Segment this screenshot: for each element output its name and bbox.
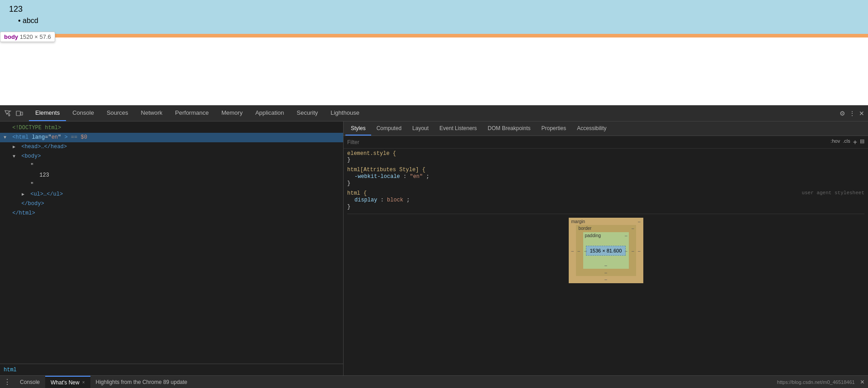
dom-text-quote1[interactable]: " [0,161,343,171]
devtools-main: <!DOCTYPE html> <html lang="en" > == $0 … [0,122,868,375]
dom-doctype[interactable]: <!DOCTYPE html> [0,123,343,133]
more-options-icon[interactable]: ⋮ [849,110,855,117]
tab-console[interactable]: Console [66,105,100,121]
dom-html-element[interactable]: <html lang="en" > == $0 [0,133,343,142]
tab-application[interactable]: Application [249,105,291,121]
tab-styles[interactable]: Styles [345,122,371,136]
styles-content: element.style { } html[Attributes Style]… [344,149,868,375]
padding-dash-right: – [625,233,627,238]
tab-elements[interactable]: Elements [29,105,66,121]
dom-triangle-body-close [13,200,18,208]
padding-label: padding [585,233,601,238]
dom-expand-ul[interactable] [22,191,27,199]
border-label: border [579,226,592,231]
tab-security[interactable]: Security [290,105,324,121]
tab-performance[interactable]: Performance [169,105,215,121]
dom-head-element[interactable]: <head>…</head> [0,142,343,152]
padding-dash-left: – [585,248,587,253]
highlights-text: Highlights from the Chrome 89 update [90,379,777,385]
devtools-toolbar-right: ⚙ ⋮ ✕ [840,110,864,117]
devtools-panel: Elements Console Sources Network Perform… [0,105,868,388]
margin-dash-left: – [571,248,574,253]
tab-accessibility[interactable]: Accessibility [571,122,612,136]
tab-memory[interactable]: Memory [215,105,249,121]
page-number: 123 [9,5,859,14]
close-devtools-icon[interactable]: ✕ [859,110,864,117]
bullet-item: • abcd [18,17,859,25]
dom-triangle-html-close [4,210,9,218]
box-padding: padding – – – – 1536 × 81.600 [583,232,629,269]
border-dash-right2: – [632,248,634,253]
hov-button[interactable]: :hov [830,138,840,146]
bottom-tab-whats-new[interactable]: What's New × [45,376,90,388]
bottom-menu-icon[interactable]: ⋮ [0,378,14,386]
tab-dom-breakpoints[interactable]: DOM Breakpoints [482,122,536,136]
box-content-dimensions: 1536 × 81.600 [586,246,626,256]
box-margin: margin – – – – border – – – – [569,218,643,283]
devtools-tabs: Elements Console Sources Network Perform… [29,105,840,121]
dom-triangle [4,124,9,132]
inspect-element-icon[interactable] [4,109,12,117]
styles-tabs-bar: Styles Computed Layout Event Listeners D… [344,122,868,136]
close-whats-new-icon[interactable]: × [82,380,85,385]
dom-panel: <!DOCTYPE html> <html lang="en" > == $0 … [0,122,344,375]
dom-text-123[interactable]: 123 [0,171,343,180]
dom-text-quote2[interactable]: " [0,180,343,190]
margin-dash-right: – [638,248,641,253]
tooltip-dimensions: 1520 × 57.6 [20,33,51,40]
margin-label: margin [571,219,585,224]
box-model: margin – – – – border – – – – [569,218,643,283]
tab-event-listeners[interactable]: Event Listeners [434,122,482,136]
orange-border [0,34,868,37]
margin-dash-bottom: – [604,277,607,282]
settings-icon[interactable]: ⚙ [840,110,845,117]
close-bottom-bar-icon[interactable]: × [860,378,868,386]
padding-dash-right2: – [625,248,627,253]
styles-filter-buttons: :hov .cls + ▤ [830,138,864,146]
tab-properties[interactable]: Properties [536,122,572,136]
devtools-toolbar: Elements Console Sources Network Perform… [0,105,868,122]
dom-triangle-empty [22,162,27,170]
dom-triangle-empty3 [22,181,27,189]
dom-breadcrumb: html [0,364,343,375]
add-style-icon[interactable]: + [853,138,857,146]
box-border: border – – – – padding – – – [576,225,636,276]
tab-lighthouse[interactable]: Lighthouse [324,105,366,121]
bottom-tab-console[interactable]: Console [14,376,45,388]
bottom-console-label: Console [20,379,40,385]
dom-triangle-empty2 [31,172,36,180]
bottom-whats-new-label: What's New [51,379,80,386]
tab-layout[interactable]: Layout [407,122,434,136]
toggle-sidebar-icon[interactable]: ▤ [860,138,864,146]
styles-panel: Styles Computed Layout Event Listeners D… [344,122,868,375]
tab-network[interactable]: Network [135,105,169,121]
devtools-icons-left [4,109,24,117]
dom-tree: <!DOCTYPE html> <html lang="en" > == $0 … [0,122,343,364]
dom-body-close[interactable]: </body> [0,199,343,209]
white-area [0,37,868,105]
css-rule-html: html { user agent stylesheet display : b… [347,190,864,210]
dom-body-open[interactable]: <body> [0,152,343,161]
border-dash-left: – [578,248,580,253]
dom-ul-element[interactable]: <ul>…</ul> [0,190,343,199]
styles-filter-bar: :hov .cls + ▤ [344,136,868,149]
devtools-bottom-bar: ⋮ Console What's New × Highlights from t… [0,375,868,388]
dom-expand-html[interactable] [4,134,9,142]
page-content: 123 • abcd body 1520 × 57.6 [0,0,868,34]
border-dash-bottom: – [604,270,607,275]
margin-dash-top-right: – [638,219,641,224]
device-toolbar-icon[interactable] [15,109,24,117]
padding-dash-bottom: – [604,263,607,268]
dom-expand-head[interactable] [13,143,18,151]
tab-sources[interactable]: Sources [100,105,135,121]
styles-filter-input[interactable] [347,139,830,145]
box-model-section: margin – – – – border – – – – [347,214,864,287]
dom-expand-body[interactable] [13,153,18,161]
cls-button[interactable]: .cls [843,138,850,146]
svg-rect-1 [21,112,23,115]
dom-html-close[interactable]: </html> [0,209,343,218]
svg-rect-0 [16,111,20,116]
css-rule-element-style: element.style { } [347,150,864,163]
tab-computed[interactable]: Computed [371,122,407,136]
css-rule-html-attrs: html[Attributes Style] { -webkit-locale … [347,167,864,187]
